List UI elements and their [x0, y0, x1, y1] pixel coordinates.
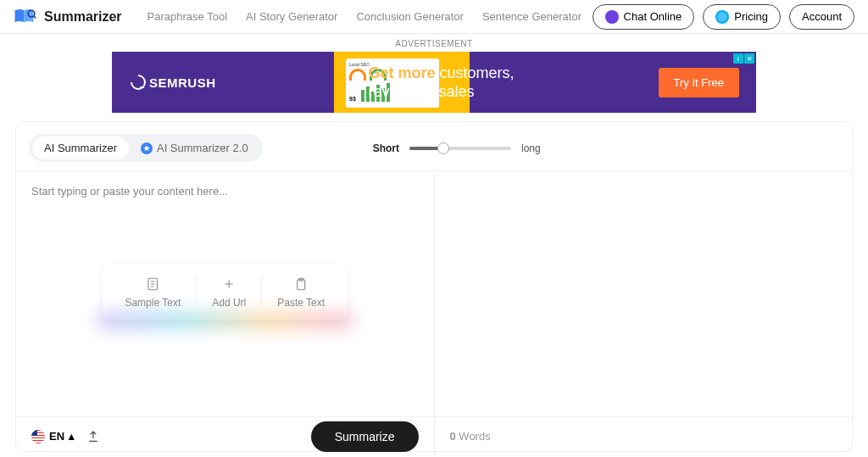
info-icon[interactable]: i — [733, 53, 743, 64]
pricing-label: Pricing — [734, 10, 768, 23]
input-placeholder: Start typing or paste your content here.… — [31, 185, 419, 198]
editor-panels: Start typing or paste your content here.… — [16, 170, 852, 416]
language-selector[interactable]: EN ▴ — [31, 430, 75, 443]
pricing-icon — [715, 10, 729, 24]
chat-label: Chat Online — [624, 10, 682, 23]
brand-name: Summarizer — [44, 9, 122, 25]
chevron-up-icon: ▴ — [69, 430, 75, 443]
ad-label: ADVERTISEMENT — [0, 39, 868, 48]
chat-icon — [605, 10, 619, 24]
nav-conclusion[interactable]: Conclusion Generator — [356, 10, 463, 23]
clipboard-icon — [293, 276, 309, 292]
ad-cta-button[interactable]: Try It Free — [659, 68, 739, 98]
close-ad-icon[interactable]: ✕ — [744, 53, 754, 64]
length-slider-wrap: Short long — [373, 142, 541, 154]
main-card: AI Summarizer AI Summarizer 2.0 Short lo… — [15, 121, 853, 452]
ad-banner[interactable]: i✕ SEMRUSH Local SEO 93 Get more custome… — [112, 52, 756, 113]
account-label: Account — [802, 10, 842, 23]
footer-bar: EN ▴ Summarize 0 Words — [16, 416, 852, 455]
ad-brand: SEMRUSH — [131, 75, 216, 90]
ad-headline: Get more customers,reviews & sales — [369, 64, 515, 102]
header-right: Chat Online Pricing Account — [593, 4, 854, 30]
pricing-button[interactable]: Pricing — [703, 4, 781, 30]
tab-ai-summarizer-2[interactable]: AI Summarizer 2.0 — [129, 137, 260, 159]
summarize-button[interactable]: Summarize — [311, 421, 419, 452]
nav-paraphrase[interactable]: Paraphrase Tool — [147, 10, 227, 23]
footer-right: 0 Words — [435, 417, 853, 455]
svg-line-1 — [33, 15, 36, 18]
slider-long-label: long — [521, 142, 541, 154]
upload-icon[interactable] — [86, 430, 100, 443]
output-panel — [435, 171, 853, 416]
plus-icon — [221, 276, 236, 292]
footer-left: EN ▴ Summarize — [16, 417, 435, 455]
chat-online-button[interactable]: Chat Online — [593, 4, 695, 30]
gauge-icon — [349, 69, 366, 81]
add-url-button[interactable]: Add Url — [197, 276, 262, 309]
ad-info-icons[interactable]: i✕ — [733, 53, 754, 64]
semrush-icon — [127, 71, 148, 92]
nav-sentence[interactable]: Sentence Generator — [482, 10, 581, 23]
sample-text-button[interactable]: Sample Text — [109, 276, 197, 309]
input-actions: Sample Text Add Url Paste Text — [103, 265, 347, 320]
file-text-icon — [145, 276, 160, 292]
input-panel[interactable]: Start typing or paste your content here.… — [16, 171, 435, 416]
star-badge-icon — [141, 142, 153, 154]
book-search-icon — [14, 8, 37, 25]
paste-text-button[interactable]: Paste Text — [262, 276, 340, 309]
mode-tabs: AI Summarizer AI Summarizer 2.0 — [30, 134, 263, 162]
word-count: 0 Words — [450, 430, 491, 443]
account-button[interactable]: Account — [789, 4, 854, 30]
length-slider[interactable] — [409, 147, 511, 150]
slider-thumb[interactable] — [437, 142, 449, 154]
nav-story[interactable]: AI Story Generator — [246, 10, 337, 23]
nav-links: Paraphrase Tool AI Story Generator Concl… — [147, 10, 581, 23]
header-nav: Summarizer Paraphrase Tool AI Story Gene… — [0, 0, 868, 34]
brand-logo[interactable]: Summarizer — [14, 8, 122, 25]
flag-us-icon — [31, 430, 45, 443]
tab-ai-summarizer[interactable]: AI Summarizer — [32, 137, 129, 159]
top-controls: AI Summarizer AI Summarizer 2.0 Short lo… — [16, 134, 852, 170]
slider-short-label: Short — [373, 142, 399, 154]
